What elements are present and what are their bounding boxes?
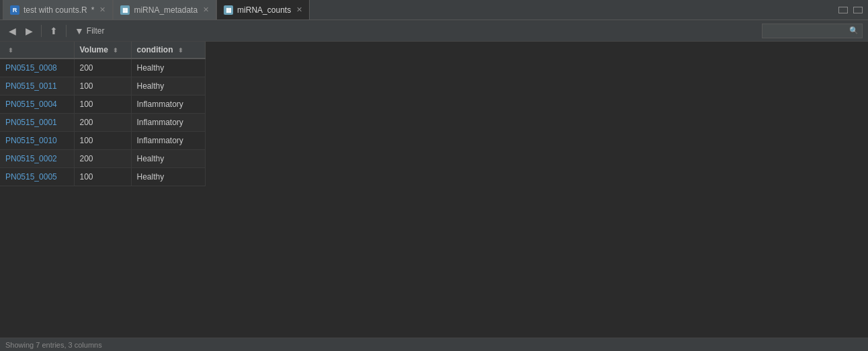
metadata-table-icon: ▦: [120, 5, 130, 15]
minimize-button[interactable]: [838, 7, 848, 13]
tab-bar: R test with counts.R * ✕ ▦ miRNA_metadat…: [0, 0, 868, 20]
tab-r-label: test with counts.R: [24, 5, 87, 15]
cell-volume: 100: [74, 95, 131, 114]
tab-r-script[interactable]: R test with counts.R * ✕: [3, 0, 113, 20]
r-file-icon: R: [10, 5, 19, 15]
cell-id: PN0515_0001: [0, 114, 74, 132]
window-controls: [838, 7, 868, 13]
tab-mirna-metadata[interactable]: ▦ miRNA_metadata ✕: [113, 0, 216, 20]
table-body: PN0515_0008200HealthyPN0515_0011100Healt…: [0, 58, 205, 186]
filter-icon: ▼: [75, 26, 84, 36]
table-row: PN0515_0005100Healthy: [0, 168, 205, 186]
cell-condition: Inflammatory: [131, 132, 205, 150]
maximize-button[interactable]: [853, 7, 863, 13]
tab-mirna-counts[interactable]: ▦ miRNA_counts ✕: [216, 0, 310, 20]
col-condition-sort: ⬍: [178, 47, 183, 54]
forward-icon: ▶: [26, 26, 33, 36]
table-container[interactable]: ⬍ Volume ⬍ condition ⬍ PN0515_0008200Hea…: [0, 42, 868, 338]
tab-r-close[interactable]: ✕: [99, 5, 105, 14]
status-bar: Showing 7 entries, 3 columns: [0, 338, 868, 351]
export-icon: ⬆: [50, 26, 58, 36]
counts-table-icon: ▦: [224, 5, 233, 15]
cell-id: PN0515_0005: [0, 168, 74, 186]
forward-button[interactable]: ▶: [22, 24, 36, 38]
cell-id: PN0515_0004: [0, 95, 74, 114]
cell-volume: 200: [74, 150, 131, 168]
cell-condition: Healthy: [131, 168, 205, 186]
tabs-container: R test with counts.R * ✕ ▦ miRNA_metadat…: [3, 0, 310, 20]
cell-condition: Healthy: [131, 150, 205, 168]
toolbar-sep-2: [66, 25, 67, 37]
search-input[interactable]: [762, 24, 863, 38]
export-button[interactable]: ⬆: [46, 24, 61, 38]
cell-condition: Healthy: [131, 58, 205, 77]
table-row: PN0515_0004100Inflammatory: [0, 95, 205, 114]
cell-id: PN0515_0002: [0, 150, 74, 168]
cell-volume: 100: [74, 168, 131, 186]
col-volume-sort: ⬍: [113, 47, 118, 54]
toolbar: ◀ ▶ ⬆ ▼ Filter 🔍: [0, 20, 868, 42]
cell-volume: 100: [74, 77, 131, 95]
cell-condition: Healthy: [131, 77, 205, 95]
table-row: PN0515_0002200Healthy: [0, 150, 205, 168]
filter-label: Filter: [87, 26, 105, 36]
tab-counts-close[interactable]: ✕: [296, 5, 302, 14]
cell-volume: 200: [74, 58, 131, 77]
cell-id: PN0515_0010: [0, 132, 74, 150]
tab-modified-marker: *: [91, 5, 95, 15]
tab-counts-label: miRNA_counts: [237, 5, 291, 15]
status-text: Showing 7 entries, 3 columns: [5, 341, 102, 349]
col-header-condition[interactable]: condition ⬍: [131, 42, 205, 58]
col-header-id[interactable]: ⬍: [0, 42, 74, 58]
table-header-row: ⬍ Volume ⬍ condition ⬍: [0, 42, 205, 58]
cell-id: PN0515_0008: [0, 58, 74, 77]
col-header-volume[interactable]: Volume ⬍: [74, 42, 131, 58]
tab-metadata-label: miRNA_metadata: [134, 5, 198, 15]
cell-id: PN0515_0011: [0, 77, 74, 95]
cell-volume: 200: [74, 114, 131, 132]
tab-metadata-close[interactable]: ✕: [203, 5, 209, 14]
cell-condition: Inflammatory: [131, 114, 205, 132]
cell-volume: 100: [74, 132, 131, 150]
data-table: ⬍ Volume ⬍ condition ⬍ PN0515_0008200Hea…: [0, 42, 206, 186]
back-icon: ◀: [9, 26, 16, 36]
cell-condition: Inflammatory: [131, 95, 205, 114]
col-volume-label: Volume: [80, 45, 108, 54]
back-button[interactable]: ◀: [5, 24, 19, 38]
filter-button[interactable]: ▼ Filter: [71, 24, 108, 38]
toolbar-sep-1: [41, 25, 42, 37]
table-row: PN0515_0011100Healthy: [0, 77, 205, 95]
search-wrapper: 🔍: [762, 24, 863, 38]
toolbar-left: ◀ ▶ ⬆ ▼ Filter: [5, 24, 108, 38]
table-row: PN0515_0010100Inflammatory: [0, 132, 205, 150]
col-condition-label: condition: [137, 45, 173, 54]
table-row: PN0515_0001200Inflammatory: [0, 114, 205, 132]
table-row: PN0515_0008200Healthy: [0, 58, 205, 77]
col-id-sort: ⬍: [8, 47, 13, 54]
